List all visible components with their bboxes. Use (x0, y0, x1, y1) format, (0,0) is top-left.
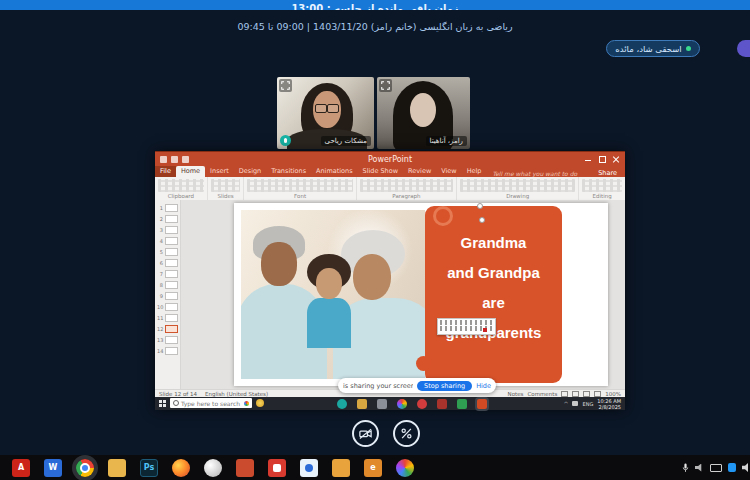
powerpoint-icon[interactable] (477, 399, 487, 409)
close-icon[interactable] (609, 152, 623, 167)
floating-format-toolbar[interactable] (437, 318, 496, 335)
photoshop-icon[interactable]: Ps (140, 459, 158, 477)
selection-handle[interactable] (477, 203, 483, 209)
slide-thumbnail-2[interactable]: 2 (155, 213, 180, 224)
shared-system-tray[interactable]: ^ ENG 10:26 AM 2/8/2025 (563, 397, 621, 410)
folder-app-icon[interactable] (332, 459, 350, 477)
bluetooth-tray-icon[interactable] (728, 463, 736, 472)
powerpoint-window: PowerPoint File Home Insert Design Trans… (155, 151, 625, 397)
fullscreen-icon[interactable] (379, 79, 392, 92)
camera-toggle-button[interactable] (352, 420, 379, 447)
muted-speaker-icon[interactable] (695, 464, 704, 472)
ribbon-group-editing[interactable]: Editing (579, 177, 625, 200)
firefox-icon[interactable] (172, 459, 190, 477)
tab-help[interactable]: Help (462, 166, 487, 177)
scanner-app-icon[interactable] (268, 459, 286, 477)
local-system-tray[interactable] (682, 455, 750, 480)
battery-icon[interactable] (710, 464, 722, 472)
slide-thumbnail-5[interactable]: 5 (155, 246, 180, 257)
paint3d-icon[interactable] (300, 459, 318, 477)
clipped-badge[interactable] (737, 40, 750, 57)
ribbon-group-clipboard[interactable]: Clipboard (155, 177, 208, 200)
mic-tray-icon[interactable] (682, 463, 689, 473)
slide-thumbnail-14[interactable]: 14 (155, 345, 180, 356)
tab-file[interactable]: File (155, 166, 176, 177)
tab-transitions[interactable]: Transitions (266, 166, 311, 177)
tab-home[interactable]: Home (176, 166, 205, 177)
slide-thumbnail-8[interactable]: 8 (155, 279, 180, 290)
selection-handle[interactable] (479, 217, 485, 223)
slide-thumbnail-6[interactable]: 6 (155, 257, 180, 268)
taskbar-search-box[interactable]: Type here to search (170, 398, 252, 408)
ribbon-tab-row: File Home Insert Design Transitions Anim… (155, 166, 625, 177)
tab-design[interactable]: Design (234, 166, 266, 177)
ribbon-group-drawing[interactable]: Drawing (457, 177, 579, 200)
slide-thumbnail-13[interactable]: 13 (155, 334, 180, 345)
chrome-icon[interactable] (76, 459, 94, 477)
photos-app-icon[interactable] (397, 399, 407, 409)
ribbon-group-font[interactable]: Font (244, 177, 356, 200)
slide-thumbnails[interactable]: 1234567891011121314 (155, 200, 181, 389)
video-tile-1[interactable]: مشکات ریاحی (277, 77, 374, 149)
video2-nametag: رامز، آناهیتا (426, 136, 468, 146)
font-color-icon[interactable] (483, 328, 487, 332)
tab-insert[interactable]: Insert (205, 166, 234, 177)
maximize-icon[interactable] (595, 152, 609, 167)
tray-icon[interactable] (572, 401, 578, 406)
word-icon[interactable]: W (44, 459, 62, 477)
powerpoint-icon[interactable] (236, 459, 254, 477)
fullscreen-icon[interactable] (279, 79, 292, 92)
slide-thumbnail-9[interactable]: 9 (155, 290, 180, 301)
minimize-icon[interactable] (581, 152, 595, 167)
tray-expand-icon[interactable]: ^ (563, 400, 568, 407)
slide-canvas[interactable]: Grandma and Grandpa are grandparents (234, 203, 608, 386)
photos-app-icon[interactable] (396, 459, 414, 477)
local-windows-taskbar: AWPse (0, 455, 750, 480)
meeting-app-icon[interactable] (337, 399, 347, 409)
tab-animations[interactable]: Animations (311, 166, 358, 177)
acrobat-icon[interactable]: A (12, 459, 30, 477)
slide-thumbnail-1[interactable]: 1 (155, 202, 180, 213)
file-explorer-icon[interactable] (357, 399, 367, 409)
slide-thumbnail-3[interactable]: 3 (155, 224, 180, 235)
tab-view[interactable]: View (436, 166, 461, 177)
tell-me-box[interactable]: Tell me what you want to do (493, 170, 599, 177)
tab-review[interactable]: Review (403, 166, 436, 177)
excel-icon[interactable] (457, 399, 467, 409)
volume-icon[interactable] (742, 463, 748, 472)
camera-app-icon[interactable] (377, 399, 387, 409)
slide-thumbnail-7[interactable]: 7 (155, 268, 180, 279)
slide-thumbnail-12[interactable]: 12 (155, 323, 180, 334)
participant-badge[interactable]: اسحقی شاد، مائده (606, 40, 700, 57)
slide-thumbnail-4[interactable]: 4 (155, 235, 180, 246)
share-button[interactable]: Share (598, 169, 617, 177)
participant1-glasses (315, 104, 339, 112)
participant-name: اسحقی شاد، مائده (615, 44, 681, 54)
online-status-dot (686, 46, 691, 51)
participant2-face (410, 93, 436, 127)
hide-link[interactable]: Hide (476, 382, 491, 390)
tab-slideshow[interactable]: Slide Show (358, 166, 403, 177)
ribbon-group-paragraph[interactable]: Paragraph (357, 177, 457, 200)
local-taskbar-icons: AWPse (12, 458, 414, 477)
slide-thumbnail-11[interactable]: 11 (155, 312, 180, 323)
taskbar-clock[interactable]: 10:26 AM 2/8/2025 (597, 398, 621, 410)
mic-off-icon (399, 426, 414, 441)
slide-thumbnail-10[interactable]: 10 (155, 301, 180, 312)
stop-sharing-button[interactable]: Stop sharing (417, 381, 472, 391)
mic-toggle-button[interactable] (393, 420, 420, 447)
powerpoint-body: 1234567891011121314 (155, 200, 625, 389)
circle-decoration (416, 356, 431, 371)
internet-explorer-icon[interactable]: e (364, 459, 382, 477)
language-switcher[interactable]: ENG (582, 401, 593, 407)
start-button-icon[interactable] (159, 400, 166, 407)
acrobat-icon[interactable] (437, 399, 447, 409)
video-tile-2[interactable]: رامز، آناهیتا (377, 77, 470, 149)
slide-text-panel[interactable]: Grandma and Grandpa are grandparents (425, 206, 562, 383)
game-app-icon[interactable] (204, 459, 222, 477)
weather-icon[interactable] (256, 399, 264, 407)
file-explorer-icon[interactable] (108, 459, 126, 477)
ribbon-group-slides[interactable]: Slides (208, 177, 245, 200)
opera-icon[interactable] (417, 399, 427, 409)
grandparents-photo (241, 210, 425, 379)
